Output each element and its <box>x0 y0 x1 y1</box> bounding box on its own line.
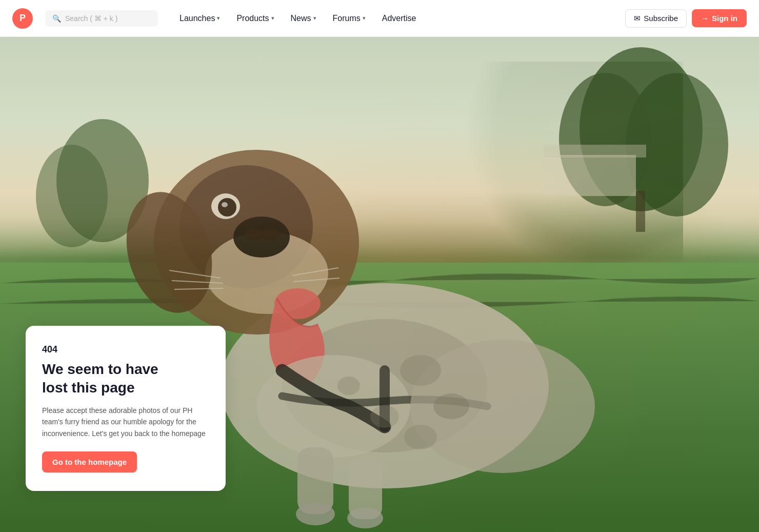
svg-point-33 <box>337 377 360 395</box>
svg-point-32 <box>404 425 437 449</box>
svg-point-29 <box>400 355 441 386</box>
nav-item-products[interactable]: Products ▾ <box>229 10 281 27</box>
nav-item-launches[interactable]: Launches ▾ <box>172 10 227 27</box>
nav-right: ✉ Subscribe → Sign in <box>625 9 747 28</box>
svg-point-17 <box>262 228 280 241</box>
signin-icon: → <box>701 14 709 23</box>
error-card: 404 We seem to have lost this page Pleas… <box>26 326 226 491</box>
chevron-down-icon: ▾ <box>271 15 274 22</box>
nav-label-products: Products <box>236 14 269 23</box>
signin-label: Sign in <box>712 14 737 23</box>
signin-button[interactable]: → Sign in <box>692 9 747 27</box>
nav-label-advertise: Advertise <box>382 14 416 23</box>
search-box[interactable]: 🔍 Search ( ⌘ + k ) <box>45 10 158 27</box>
chevron-down-icon: ▾ <box>363 15 366 22</box>
chevron-down-icon: ▾ <box>217 15 220 22</box>
svg-point-27 <box>347 508 383 528</box>
nav-label-news: News <box>291 14 311 23</box>
svg-point-30 <box>433 393 469 419</box>
error-title-line1: We seem to have <box>42 361 158 377</box>
svg-rect-4 <box>636 191 645 232</box>
nav-label-forums: Forums <box>333 14 361 23</box>
svg-point-8 <box>36 145 108 247</box>
error-title-line2: lost this page <box>42 380 134 396</box>
search-icon: 🔍 <box>52 14 61 23</box>
subscribe-button[interactable]: ✉ Subscribe <box>625 9 687 28</box>
search-placeholder: Search ( ⌘ + k ) <box>65 14 117 23</box>
svg-rect-5 <box>544 155 636 196</box>
svg-rect-6 <box>544 145 646 157</box>
go-to-homepage-button[interactable]: Go to the homepage <box>42 451 137 472</box>
logo[interactable]: P <box>12 8 33 29</box>
envelope-icon: ✉ <box>634 14 641 23</box>
logo-letter: P <box>19 13 26 24</box>
hero-image: 404 We seem to have lost this page Pleas… <box>0 37 759 532</box>
svg-point-20 <box>222 202 228 207</box>
error-title: We seem to have lost this page <box>42 360 209 398</box>
svg-point-26 <box>296 503 335 525</box>
nav-label-launches: Launches <box>179 14 215 23</box>
nav-item-advertise[interactable]: Advertise <box>375 10 424 27</box>
logo-circle[interactable]: P <box>12 8 33 29</box>
svg-point-31 <box>370 405 399 428</box>
subscribe-label: Subscribe <box>644 14 678 23</box>
error-code: 404 <box>42 344 209 355</box>
nav-item-forums[interactable]: Forums ▾ <box>326 10 373 27</box>
error-description: Please accept these adorable photos of o… <box>42 405 209 439</box>
chevron-down-icon: ▾ <box>313 15 316 22</box>
nav-links: Launches ▾ Products ▾ News ▾ Forums ▾ Ad… <box>172 10 619 27</box>
svg-point-19 <box>218 198 236 216</box>
svg-point-16 <box>245 228 263 241</box>
nav-item-news[interactable]: News ▾ <box>284 10 324 27</box>
navbar: P 🔍 Search ( ⌘ + k ) Launches ▾ Products… <box>0 0 759 37</box>
